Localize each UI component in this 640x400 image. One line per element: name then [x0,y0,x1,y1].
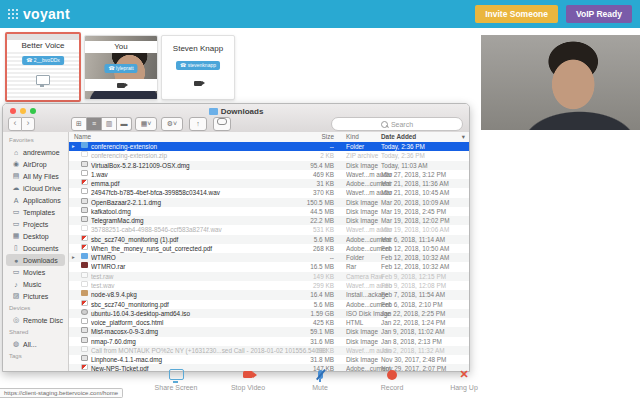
file-row[interactable]: 24947fcb-b785-4bef-bfca-399858c03414.wav… [69,188,469,197]
file-size: 16.4 MB [249,290,334,299]
sidebar-item-documents[interactable]: ▯Documents [6,242,65,254]
file-date-added: Feb 12, 2018, 10:32 AM [381,262,469,271]
stop-video-button[interactable]: Stop Video [220,368,276,391]
file-row[interactable]: Mist-macosx-0-9-3.dmg59.1 MBDisk ImageJa… [69,327,469,336]
rar-file-icon [81,262,88,268]
sidebar-item-all-[interactable]: ◍All... [6,338,65,350]
file-rows: ▸conferencing-extension--FolderToday, 2:… [69,142,469,371]
participant-card-steven-knapp[interactable]: Steven Knapp☎ stevenknapp [161,35,235,100]
pkg-file-icon [81,290,88,296]
file-row[interactable]: ▸WTMRO--FolderFeb 12, 2018, 10:32 AM [69,253,469,262]
coverflow-view-button[interactable]: ▬ [117,117,132,131]
file-row[interactable]: When_the_money_runs_out_corrected.pdf268… [69,244,469,253]
file-size: 68 KB [249,346,334,355]
sidebar-item-all-my-files[interactable]: ▤All My Files [6,170,65,182]
view-switcher: ⊞ ≡ ▥ ▬ [71,117,132,131]
sidebar-item-label: Music [23,281,41,288]
action-gear-button[interactable]: ⚙˅ [161,117,183,131]
sidebar-item-label: Documents [23,245,58,252]
ctrl-icon-box [243,368,253,381]
file-size: 22.2 MB [249,216,334,225]
arrange-button[interactable]: ▦˅ [135,117,157,131]
finder-toolbar: Downloads ‹ › ⊞ ≡ ▥ ▬ ▦˅ ⚙˅ ↑ Search [3,104,469,133]
invite-someone-button[interactable]: Invite Someone [475,5,558,23]
file-row[interactable]: OpenBazaar2-2.1.1.dmg150.5 MBDisk ImageM… [69,198,469,207]
hang-up-button[interactable]: ✕Hang Up [436,368,492,391]
pdf-file-icon [81,364,88,370]
disclosure-triangle-icon[interactable]: ▸ [72,142,79,151]
file-date-added: Mar 21, 2018, 10:45 AM [381,188,469,197]
sidebar-item-desktop[interactable]: ▦Desktop [6,230,65,242]
file-row[interactable]: WTMRO.rar16.5 MBRarFeb 12, 2018, 10:32 A… [69,262,469,271]
file-date-added: Jan 8, 2018, 2:13 PM [381,337,469,346]
file-date-added: Feb 6, 2018, 2:10 PM [381,300,469,309]
column-header-name[interactable]: Name [74,132,91,142]
column-header-kind[interactable]: Kind [346,132,359,142]
share-screen-button[interactable]: Share Screen [148,368,204,391]
file-row[interactable]: ▸conferencing-extension--FolderToday, 2:… [69,142,469,151]
file-row[interactable]: Linphone-4.1.1-mac.dmg31.8 MBDisk ImageN… [69,355,469,364]
file-row[interactable]: test.raw149 KBCamera RawFeb 9, 2018, 12:… [69,272,469,281]
file-row[interactable]: 1.wav469 KBWavef...m audioMar 27, 2018, … [69,170,469,179]
sidebar-item-projects[interactable]: ▭Projects [6,218,65,230]
file-row[interactable]: sbc_scz740_monitoring (1).pdf5.6 MBAdobe… [69,235,469,244]
sidebar-item-movies[interactable]: ▭Movies [6,266,65,278]
tags-button[interactable] [213,117,231,131]
zip-file-icon [81,151,88,157]
file-row[interactable]: test.wav299 KBWavef...m audioFeb 9, 2018… [69,281,469,290]
disclosure-triangle-icon[interactable]: ▸ [72,253,79,262]
file-row[interactable]: sbc_scz740_monitoring.pdf5.6 MBAdobe...c… [69,300,469,309]
mute-button[interactable]: Mute [292,368,348,391]
ctrl-icon-box [387,368,397,381]
sidebar-item-label: Movies [23,269,45,276]
file-size: 370 KB [249,188,334,197]
file-row[interactable]: nmap-7.60.dmg31.6 MBDisk ImageJan 8, 201… [69,337,469,346]
sidebar-item-label: Remote Disc [23,317,63,324]
sidebar-item-templates[interactable]: ▭Templates [6,206,65,218]
ctrl-icon-box [318,368,323,381]
documents-icon: ▯ [12,244,20,252]
participant-card-better-voice[interactable]: Better Voice☎ 2__bvoDDx [5,32,81,102]
file-row[interactable]: voice_platform_docs.html425 KBHTMLJan 22… [69,318,469,327]
wav-file-icon [81,188,88,194]
file-row[interactable]: TelegramMac.dmg22.2 MBDisk ImageMar 19, … [69,216,469,225]
participant-card-you[interactable]: You☎ lylepratt [84,35,158,100]
folder-file-icon [81,253,88,259]
sidebar-item-airdrop[interactable]: ◉AirDrop [6,158,65,170]
icon-view-button[interactable]: ⊞ [71,117,87,131]
finder-window: Downloads ‹ › ⊞ ≡ ▥ ▬ ▦˅ ⚙˅ ↑ Search Fav… [2,103,470,372]
column-view-button[interactable]: ▥ [102,117,117,131]
sidebar-item-downloads[interactable]: ●Downloads [6,254,65,266]
voip-ready-button[interactable]: VoIP Ready [566,5,632,23]
pdf-file-icon [81,244,88,250]
sidebar-item-music[interactable]: ♪Music [6,278,65,290]
file-row[interactable]: VirtualBox-5.2.8-121009-OSX.dmg95.4 MBDi… [69,161,469,170]
file-list: Name Size Kind Date Added ▾ ▸conferencin… [69,132,469,371]
sidebar-item-andrewmoe[interactable]: ⌂andrewmoe [6,146,65,158]
camera-icon [194,81,202,86]
file-row[interactable]: conferencing-extension.zip2 KBZIP archiv… [69,151,469,160]
file-row[interactable]: ubuntu-16.04.3-desktop-amd64.iso1.59 GBI… [69,309,469,318]
sidebar-item-applications[interactable]: AApplications [6,194,65,206]
control-label: Share Screen [155,384,198,391]
search-input[interactable]: Search [331,117,463,131]
sidebar-item-label: All... [23,341,37,348]
sidebar-item-remote-disc[interactable]: ◎Remote Disc [6,314,65,326]
record-button[interactable]: Record [364,368,420,391]
file-row[interactable]: 35788251-cab4-4988-8546-ccf583a8274f.wav… [69,225,469,234]
back-button[interactable]: ‹ [8,117,22,131]
file-row[interactable]: Call from MONTAUK PO%2c NY (+1631230...s… [69,346,469,355]
finder-sidebar: Favorites⌂andrewmoe◉AirDrop▤All My Files… [3,132,69,371]
cloud-icon: ☁ [12,184,20,192]
sidebar-item-pictures[interactable]: ▨Pictures [6,290,65,302]
forward-button[interactable]: › [22,117,35,131]
list-view-button[interactable]: ≡ [87,117,102,131]
column-header-date-added[interactable]: Date Added [381,132,416,142]
share-button[interactable]: ↑ [189,117,207,131]
sidebar-item-icloud-drive[interactable]: ☁iCloud Drive [6,182,65,194]
sort-indicator-icon: ▾ [462,132,465,142]
file-row[interactable]: node-v8.9.4.pkg16.4 MBInstall...ackageFe… [69,290,469,299]
column-header-size[interactable]: Size [249,132,334,142]
file-row[interactable]: emma.pdf31 KBAdobe...cumentMar 21, 2018,… [69,179,469,188]
file-row[interactable]: kafkatool.dmg44.5 MBDisk ImageMar 19, 20… [69,207,469,216]
